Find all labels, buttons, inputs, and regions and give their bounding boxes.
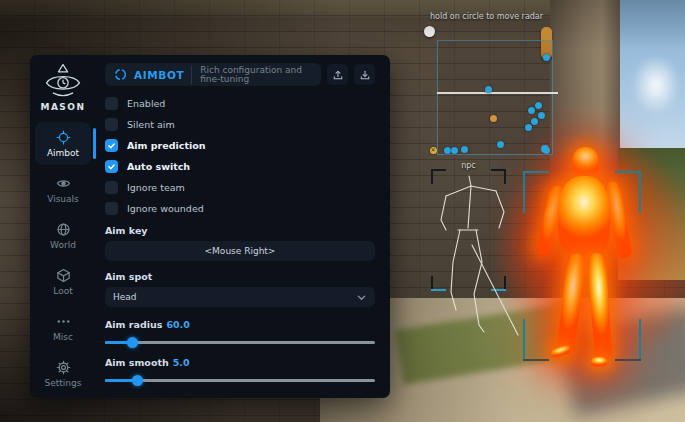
sidebar-item-aimbot[interactable]: Aimbot [35, 122, 91, 165]
export-config-button[interactable] [327, 64, 348, 85]
sidebar-item-visuals[interactable]: Visuals [35, 168, 91, 211]
radar-hint-text: hold on circle to move radar [430, 12, 543, 21]
checkbox-label: Auto switch [127, 161, 190, 172]
radar-dot [535, 102, 542, 109]
aim-key-button[interactable]: <Mouse Right> [105, 241, 375, 261]
checkbox[interactable] [105, 202, 118, 215]
check-icon [107, 162, 116, 171]
cloud [632, 55, 680, 115]
checkbox-label: Enabled [127, 98, 165, 109]
slider-thumb[interactable] [127, 337, 138, 348]
npc-bounding-box [431, 169, 506, 291]
aim-spot-label: Aim spot [105, 271, 375, 282]
radar-dot [538, 112, 545, 119]
checkbox-label: Silent aim [127, 119, 175, 130]
slider-track[interactable] [105, 379, 375, 382]
aim-radius-label: Aim radius60.0 [105, 319, 375, 330]
checkbox-label: Ignore team [127, 182, 185, 193]
checkbox-row[interactable]: Aim prediction [105, 139, 375, 152]
brand: MASON [40, 62, 85, 112]
cheat-menu-panel: MASON Aimbot Visuals World Loot Misc S [30, 55, 390, 398]
sidebar-item-settings[interactable]: Settings [35, 352, 91, 395]
radar-axis-line [437, 92, 558, 94]
aimbot-ring-icon [114, 68, 127, 81]
radar-dot [485, 86, 492, 93]
radar-dot [444, 147, 451, 154]
mason-logo-icon [41, 62, 85, 100]
radar-dot [543, 54, 550, 61]
radar-dot: ✕ [430, 147, 437, 154]
checkbox[interactable] [105, 118, 118, 131]
sidebar-item-label: Misc [53, 332, 73, 342]
dots-icon [56, 314, 71, 329]
player-esp-dot [541, 145, 549, 153]
aim-smooth-value: 5.0 [173, 357, 190, 368]
aim-spot-value: Head [113, 292, 356, 302]
cube-icon [56, 268, 71, 283]
page-title: AIMBOT [134, 69, 184, 81]
radar-drag-handle[interactable] [424, 26, 435, 37]
sidebar-item-misc[interactable]: Misc [35, 306, 91, 349]
download-icon [359, 69, 371, 81]
sidebar-item-loot[interactable]: Loot [35, 260, 91, 303]
checkbox[interactable] [105, 160, 118, 173]
checkbox-row[interactable]: Auto switch [105, 160, 375, 173]
menu-header: AIMBOT Rich configuration and fine-tunin… [105, 63, 375, 86]
aim-radius-slider[interactable] [105, 337, 375, 348]
globe-icon [56, 222, 71, 237]
slider-thumb[interactable] [132, 375, 143, 386]
brand-label: MASON [40, 102, 85, 112]
radar [437, 40, 553, 155]
import-config-button[interactable] [354, 64, 375, 85]
check-icon [107, 141, 116, 150]
sidebar: MASON Aimbot Visuals World Loot Misc S [30, 55, 96, 398]
aim-spot-select[interactable]: Head [105, 287, 375, 307]
checkbox[interactable] [105, 181, 118, 194]
chevron-down-icon [356, 292, 367, 303]
menu-main: AIMBOT Rich configuration and fine-tunin… [96, 55, 390, 398]
checkbox-label: Ignore wounded [127, 203, 204, 214]
checkbox-row[interactable]: Enabled [105, 97, 375, 110]
radar-dot [525, 124, 532, 131]
checkbox-row[interactable]: Silent aim [105, 118, 375, 131]
sidebar-item-label: Loot [53, 286, 72, 296]
sidebar-item-world[interactable]: World [35, 214, 91, 257]
sidebar-item-label: Aimbot [47, 148, 79, 158]
sidebar-item-label: Settings [45, 378, 82, 388]
checkbox-row[interactable]: Ignore wounded [105, 202, 375, 215]
upload-icon [332, 69, 344, 81]
eye-icon [56, 176, 71, 191]
checkbox-label: Aim prediction [127, 140, 206, 151]
checkbox[interactable] [105, 97, 118, 110]
checkbox[interactable] [105, 139, 118, 152]
crosshair-icon [56, 130, 71, 145]
player-bounding-box [523, 171, 641, 361]
radar-dot [528, 107, 535, 114]
page-subtitle: Rich configuration and fine-tuning [191, 66, 312, 84]
game-scene: hold on circle to move radar ✕ npc [0, 0, 685, 422]
gear-icon [56, 360, 71, 375]
radar-dot [461, 146, 468, 153]
radar-dot [531, 118, 538, 125]
aim-smooth-slider[interactable] [105, 375, 375, 386]
aim-smooth-label: Aim smooth5.0 [105, 357, 375, 368]
radar-dot [497, 141, 504, 148]
sidebar-item-label: World [50, 240, 76, 250]
radar-dot [490, 115, 497, 122]
checkbox-row[interactable]: Ignore team [105, 181, 375, 194]
sidebar-item-label: Visuals [47, 194, 79, 204]
aim-radius-value: 60.0 [166, 319, 189, 330]
slider-track[interactable] [105, 341, 375, 344]
aim-key-label: Aim key [105, 225, 375, 236]
radar-dot [451, 147, 458, 154]
header-pill: AIMBOT Rich configuration and fine-tunin… [105, 63, 321, 86]
